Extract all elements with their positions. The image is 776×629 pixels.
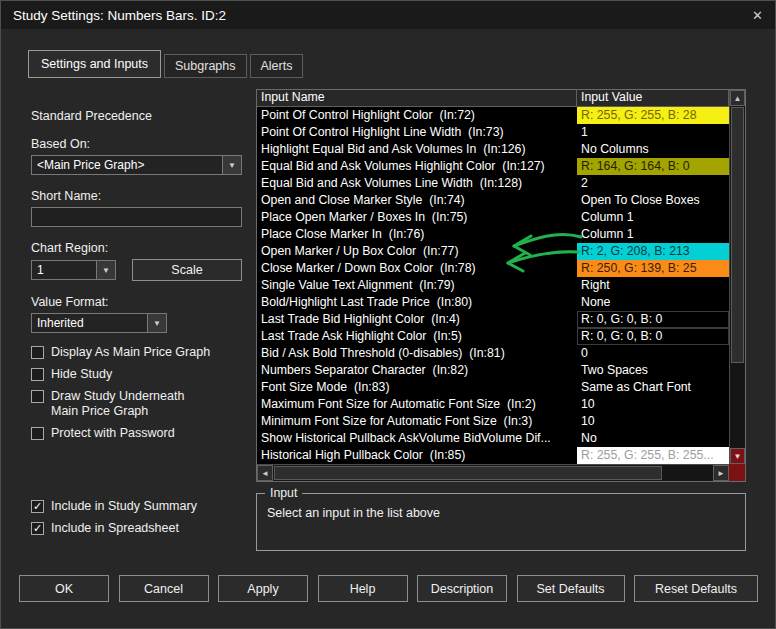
input-name-column-header[interactable]: Input Name bbox=[257, 90, 577, 107]
input-value-cell: R: 0, G: 0, B: 0 bbox=[577, 311, 729, 328]
cancel-button[interactable]: Cancel bbox=[119, 575, 209, 602]
vertical-scrollbar-thumb[interactable] bbox=[731, 107, 744, 363]
window-title: Study Settings: Numbers Bars. ID:2 bbox=[13, 8, 226, 23]
table-row[interactable]: Bold/Highlight Last Trade Price (In:80)N… bbox=[257, 294, 729, 311]
chevron-down-icon[interactable]: ▼ bbox=[96, 261, 115, 279]
scroll-up-icon[interactable]: ▲ bbox=[730, 90, 745, 106]
tab-subgraphs[interactable]: Subgraphs bbox=[164, 54, 246, 78]
table-row[interactable]: Numbers Separator Character (In:82)Two S… bbox=[257, 362, 729, 379]
input-name-cell: Single Value Text Alignment (In:79) bbox=[257, 277, 577, 294]
checkbox-draw-study-underneath-main-price-graph[interactable]: Draw Study Underneath Main Price Graph bbox=[31, 389, 242, 419]
checkbox-label: Protect with Password bbox=[51, 426, 175, 441]
chevron-down-icon[interactable]: ▼ bbox=[222, 156, 241, 174]
input-name-cell: Point Of Control Highlight Color (In:72) bbox=[257, 107, 577, 124]
tab-alerts[interactable]: Alerts bbox=[250, 54, 304, 78]
table-row[interactable]: Open Marker / Up Box Color (In:77)R: 2, … bbox=[257, 243, 729, 260]
table-row[interactable]: Equal Bid and Ask Volumes Highlight Colo… bbox=[257, 158, 729, 175]
tab-settings-and-inputs[interactable]: Settings and Inputs bbox=[28, 50, 161, 78]
short-name-input[interactable] bbox=[31, 207, 242, 227]
apply-button[interactable]: Apply bbox=[218, 575, 308, 602]
input-name-cell: Bold/Highlight Last Trade Price (In:80) bbox=[257, 294, 577, 311]
unchecked-checkbox-icon[interactable] bbox=[31, 368, 44, 381]
table-row[interactable]: Maximum Font Size for Automatic Font Siz… bbox=[257, 396, 729, 413]
input-name-cell: Minimum Font Size for Automatic Font Siz… bbox=[257, 413, 577, 430]
checked-checkbox-icon[interactable]: ✓ bbox=[31, 522, 44, 535]
table-row[interactable]: Last Trade Bid Highlight Color (In:4)R: … bbox=[257, 311, 729, 328]
checked-checkbox-icon[interactable]: ✓ bbox=[31, 500, 44, 513]
reset-defaults-button[interactable]: Reset Defaults bbox=[634, 575, 758, 602]
input-name-cell: Open and Close Marker Style (In:74) bbox=[257, 192, 577, 209]
table-row[interactable]: Place Close Marker In (In:76)Column 1 bbox=[257, 226, 729, 243]
based-on-dropdown[interactable]: <Main Price Graph> ▼ bbox=[31, 155, 242, 175]
input-value-cell: 10 bbox=[577, 413, 729, 430]
scroll-right-icon[interactable]: ► bbox=[713, 465, 729, 481]
input-value-cell: R: 255, G: 255, B: 255... bbox=[577, 447, 729, 464]
table-row[interactable]: Historical High Pullback Color (In:85)R:… bbox=[257, 447, 729, 464]
input-value-cell: No bbox=[577, 430, 729, 447]
checkbox-include-in-study-summary[interactable]: ✓Include in Study Summary bbox=[31, 499, 242, 514]
precedence-label: Standard Precedence bbox=[31, 109, 242, 123]
input-name-cell: Highlight Equal Bid and Ask Volumes In (… bbox=[257, 141, 577, 158]
title-bar[interactable]: Study Settings: Numbers Bars. ID:2 ✕ bbox=[1, 1, 775, 29]
table-row[interactable]: Open and Close Marker Style (In:74)Open … bbox=[257, 192, 729, 209]
checkbox-hide-study[interactable]: Hide Study bbox=[31, 367, 242, 382]
checkbox-protect-with-password[interactable]: Protect with Password bbox=[31, 426, 242, 441]
table-row[interactable]: Equal Bid and Ask Volumes Line Width (In… bbox=[257, 175, 729, 192]
input-value-cell: Column 1 bbox=[577, 209, 729, 226]
table-row[interactable]: Point Of Control Highlight Line Width (I… bbox=[257, 124, 729, 141]
input-name-cell: Close Marker / Down Box Color (In:78) bbox=[257, 260, 577, 277]
input-value-cell: R: 2, G: 208, B: 213 bbox=[577, 243, 729, 260]
ok-button[interactable]: OK bbox=[19, 575, 109, 602]
scale-button[interactable]: Scale bbox=[132, 259, 242, 281]
input-value-cell: No Columns bbox=[577, 141, 729, 158]
study-option-checkboxes: Display As Main Price GraphHide StudyDra… bbox=[31, 345, 242, 441]
value-format-value: Inherited bbox=[32, 314, 147, 332]
input-name-cell: Equal Bid and Ask Volumes Line Width (In… bbox=[257, 175, 577, 192]
help-button[interactable]: Help bbox=[318, 575, 408, 602]
vertical-scrollbar[interactable]: ▲ ▼ bbox=[729, 90, 745, 464]
horizontal-scrollbar[interactable]: ◄ ► bbox=[257, 464, 729, 481]
tab-bar: Settings and InputsSubgraphsAlerts bbox=[28, 50, 303, 78]
description-button[interactable]: Description bbox=[417, 575, 507, 602]
close-icon[interactable]: ✕ bbox=[752, 8, 763, 23]
based-on-value: <Main Price Graph> bbox=[32, 156, 222, 174]
set-defaults-button[interactable]: Set Defaults bbox=[517, 575, 625, 602]
table-row[interactable]: Bid / Ask Bold Threshold (0-disables) (I… bbox=[257, 345, 729, 362]
unchecked-checkbox-icon[interactable] bbox=[31, 427, 44, 440]
chevron-down-icon[interactable]: ▼ bbox=[147, 314, 166, 332]
input-value-column-header[interactable]: Input Value bbox=[577, 90, 729, 107]
checkbox-include-in-spreadsheet[interactable]: ✓Include in Spreadsheet bbox=[31, 521, 242, 536]
input-value-cell: 2 bbox=[577, 175, 729, 192]
unchecked-checkbox-icon[interactable] bbox=[31, 346, 44, 359]
input-value-cell: 10 bbox=[577, 396, 729, 413]
table-row[interactable]: Font Size Mode (In:83)Same as Chart Font bbox=[257, 379, 729, 396]
table-row[interactable]: Single Value Text Alignment (In:79)Right bbox=[257, 277, 729, 294]
input-name-cell: Point Of Control Highlight Line Width (I… bbox=[257, 124, 577, 141]
table-row[interactable]: Highlight Equal Bid and Ask Volumes In (… bbox=[257, 141, 729, 158]
input-value-cell: Right bbox=[577, 277, 729, 294]
value-format-dropdown[interactable]: Inherited ▼ bbox=[31, 313, 167, 333]
input-name-cell: Place Close Marker In (In:76) bbox=[257, 226, 577, 243]
table-row[interactable]: Minimum Font Size for Automatic Font Siz… bbox=[257, 413, 729, 430]
scroll-left-icon[interactable]: ◄ bbox=[257, 465, 273, 481]
dialog-button-row: OKCancelApplyHelpDescriptionSet Defaults… bbox=[19, 575, 758, 602]
input-group-message: Select an input in the list above bbox=[257, 494, 745, 532]
checkbox-label: Display As Main Price Graph bbox=[51, 345, 210, 360]
table-row[interactable]: Last Trade Ask Highlight Color (In:5)R: … bbox=[257, 328, 729, 345]
chart-region-dropdown[interactable]: 1 ▼ bbox=[31, 260, 116, 280]
table-row[interactable]: Close Marker / Down Box Color (In:78)R: … bbox=[257, 260, 729, 277]
chart-region-value: 1 bbox=[32, 261, 96, 279]
unchecked-checkbox-icon[interactable] bbox=[31, 390, 44, 403]
input-value-cell: R: 164, G: 164, B: 0 bbox=[577, 158, 729, 175]
input-name-cell: Show Historical Pullback AskVolume BidVo… bbox=[257, 430, 577, 447]
horizontal-scrollbar-thumb[interactable] bbox=[274, 466, 662, 480]
input-value-cell: None bbox=[577, 294, 729, 311]
table-row[interactable]: Place Open Marker / Boxes In (In:75)Colu… bbox=[257, 209, 729, 226]
input-value-cell: R: 255, G: 255, B: 28 bbox=[577, 107, 729, 124]
checkbox-display-as-main-price-graph[interactable]: Display As Main Price Graph bbox=[31, 345, 242, 360]
short-name-label: Short Name: bbox=[31, 189, 242, 203]
input-name-cell: Open Marker / Up Box Color (In:77) bbox=[257, 243, 577, 260]
scroll-down-icon[interactable]: ▼ bbox=[730, 448, 745, 464]
table-row[interactable]: Point Of Control Highlight Color (In:72)… bbox=[257, 107, 729, 124]
table-row[interactable]: Show Historical Pullback AskVolume BidVo… bbox=[257, 430, 729, 447]
